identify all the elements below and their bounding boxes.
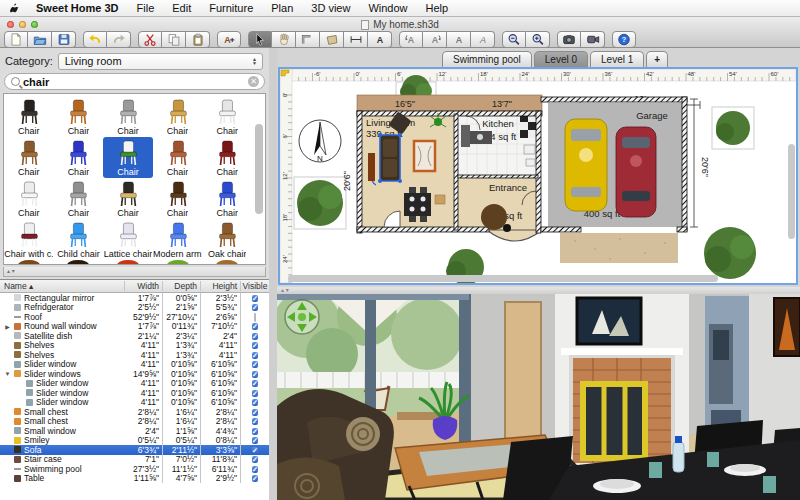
catalog-item[interactable]: Chair xyxy=(153,137,203,178)
menu-furniture[interactable]: Furniture xyxy=(200,0,262,17)
table-row[interactable]: ▼Slider windows14'9⅝"0'10⅝"6'10⅝"✓ xyxy=(0,369,269,379)
rotate-text-cw-button[interactable]: A xyxy=(423,31,447,48)
catalog-item[interactable]: Modern arm... xyxy=(153,219,203,260)
catalog-vertical-scrollbar[interactable] xyxy=(254,96,264,262)
expand-icon[interactable]: ▼ xyxy=(4,371,11,377)
visible-checkbox[interactable]: ✓ xyxy=(252,409,258,416)
about-help-button[interactable]: ? xyxy=(612,31,636,48)
menu-plan[interactable]: Plan xyxy=(262,0,302,17)
catalog-item[interactable]: Chair xyxy=(4,137,54,178)
3d-navigation-compass-icon[interactable] xyxy=(285,300,319,334)
create-rooms-button[interactable] xyxy=(320,31,344,48)
create-photo-button[interactable] xyxy=(557,31,581,48)
tab-swimming-pool[interactable]: Swimming pool xyxy=(442,51,532,67)
table-row[interactable]: Slider window4'11"0'10⅝"6'10⅝"✓ xyxy=(0,379,269,389)
search-input[interactable]: chair ✕ xyxy=(4,73,265,90)
paste-button[interactable] xyxy=(186,31,210,48)
plan-tree[interactable] xyxy=(294,177,346,229)
panel-splitter-horizontal[interactable]: ▴ ▾ xyxy=(277,287,800,294)
create-dimensions-button[interactable] xyxy=(344,31,368,48)
table-row[interactable]: Slider window4'11"0'10⅝"6'10⅝"✓ xyxy=(0,360,269,370)
compass-icon[interactable]: N xyxy=(299,120,341,163)
table-row[interactable]: Roof52'9½"27'10¼"2'6⅝" xyxy=(0,312,269,322)
catalog-item[interactable]: Chair xyxy=(153,178,203,219)
catalog-item-partial[interactable] xyxy=(117,260,139,265)
menu-help[interactable]: Help xyxy=(417,0,458,17)
pan-button[interactable] xyxy=(272,31,296,48)
plan-vertical-scrollbar[interactable] xyxy=(788,144,795,239)
undo-button[interactable] xyxy=(83,31,107,48)
visible-checkbox[interactable]: ✓ xyxy=(252,428,258,435)
3d-view[interactable] xyxy=(277,294,800,500)
table-row[interactable]: Shelves4'11"1'3¾"4'11"✓ xyxy=(0,341,269,351)
new-home-button[interactable] xyxy=(4,31,28,48)
italic-text-button[interactable]: A xyxy=(471,31,495,48)
catalog-item[interactable]: Chair xyxy=(103,96,153,137)
rotate-text-ccw-button[interactable]: A xyxy=(399,31,423,48)
visible-checkbox[interactable]: ✓ xyxy=(252,342,258,349)
table-row[interactable]: Sofa6'3¾"2'11½"3'3⅝"✓ xyxy=(0,445,269,455)
menu-window[interactable]: Window xyxy=(359,0,416,17)
zoom-out-button[interactable] xyxy=(502,31,526,48)
bold-text-button[interactable]: A xyxy=(447,31,471,48)
visible-checkbox[interactable]: ✓ xyxy=(252,447,258,454)
catalog-item[interactable]: Chair xyxy=(202,178,252,219)
panel-splitter-vertical[interactable] xyxy=(269,48,277,500)
plan-side-table[interactable] xyxy=(435,195,445,204)
catalog-item[interactable]: Chair xyxy=(202,137,252,178)
catalog-item[interactable]: Chair xyxy=(4,96,54,137)
category-dropdown[interactable]: Living room ▲▼ xyxy=(58,53,263,70)
catalog-item[interactable]: Chair with c... xyxy=(4,219,54,260)
table-row[interactable]: Small window2'4"1'1⅝"4'4¾"✓ xyxy=(0,426,269,436)
furniture-list-header[interactable]: Name ▴ Width Depth Height Visible xyxy=(0,280,269,293)
table-row[interactable]: Slider window4'11"0'10⅝"6'10⅝"✓ xyxy=(0,388,269,398)
visible-checkbox[interactable]: ✓ xyxy=(252,466,258,473)
catalog-item[interactable]: Chair xyxy=(153,96,203,137)
table-row[interactable]: ▶Round wall window1'7⅞"0'11¾"7'10½"✓ xyxy=(0,322,269,332)
catalog-item[interactable]: Chair xyxy=(4,178,54,219)
menu-edit[interactable]: Edit xyxy=(163,0,200,17)
table-row[interactable]: Table1'11⅝"4'7⅝"2'9½"✓ xyxy=(0,474,269,484)
table-row[interactable]: Small chest2'8¼"1'6¼"2'8¼"✓ xyxy=(0,417,269,427)
create-video-button[interactable] xyxy=(581,31,605,48)
plan-car-red[interactable] xyxy=(616,127,656,217)
save-button[interactable] xyxy=(52,31,76,48)
add-level-tab[interactable]: + xyxy=(646,51,668,67)
plan-car-yellow[interactable] xyxy=(565,119,607,211)
add-furniture-button[interactable]: A xyxy=(217,31,241,48)
catalog-item[interactable]: Chair xyxy=(202,96,252,137)
catalog-item[interactable]: Chair xyxy=(54,137,104,178)
catalog-item-partial[interactable] xyxy=(67,260,89,265)
visible-checkbox[interactable]: ✓ xyxy=(252,437,258,444)
table-row[interactable]: Satellite dish2'1¼"2'3¼"2'4"✓ xyxy=(0,331,269,341)
room-label[interactable]: Garage xyxy=(636,110,668,121)
visible-checkbox[interactable]: ✓ xyxy=(252,456,258,463)
tab-level-1[interactable]: Level 1 xyxy=(590,51,644,67)
visible-checkbox[interactable]: ✓ xyxy=(252,418,258,425)
catalog-horizontal-scrollbar[interactable]: ▴ ▾ xyxy=(3,267,266,277)
table-row[interactable]: Refridgerator2'5½"2'1⅝"5'5¾"✓ xyxy=(0,303,269,313)
visible-checkbox[interactable]: ✓ xyxy=(252,371,258,378)
open-button[interactable] xyxy=(28,31,52,48)
redo-button[interactable] xyxy=(107,31,131,48)
tab-level-0[interactable]: Level 0 xyxy=(534,51,588,67)
table-row[interactable]: Smiley0'5¼"0'5¼"0'8¼"✓ xyxy=(0,436,269,446)
menu-file[interactable]: File xyxy=(128,0,164,17)
visible-checkbox[interactable]: ✓ xyxy=(252,475,258,482)
catalog-item[interactable]: Chair xyxy=(54,178,104,219)
catalog-item[interactable]: Child chair xyxy=(54,219,104,260)
clear-search-icon[interactable]: ✕ xyxy=(248,76,259,87)
plan-shelf[interactable] xyxy=(368,153,375,181)
table-row[interactable]: Small chest2'8¼"1'6¼"2'8¼"✓ xyxy=(0,407,269,417)
visible-checkbox[interactable]: ✓ xyxy=(252,323,258,330)
catalog-item[interactable]: Chair xyxy=(103,137,153,178)
visible-checkbox[interactable]: ✓ xyxy=(252,380,258,387)
create-text-button[interactable]: A xyxy=(368,31,392,48)
apple-icon[interactable] xyxy=(10,3,21,14)
table-row[interactable]: Slider window4'11"0'10⅝"6'10⅝"✓ xyxy=(0,398,269,408)
visible-checkbox[interactable]: ✓ xyxy=(252,304,258,311)
catalog-item-partial[interactable] xyxy=(216,260,238,265)
room-label[interactable]: Kitchen xyxy=(482,118,514,129)
expand-icon[interactable]: ▶ xyxy=(4,323,11,330)
visible-checkbox[interactable]: ✓ xyxy=(252,399,258,406)
